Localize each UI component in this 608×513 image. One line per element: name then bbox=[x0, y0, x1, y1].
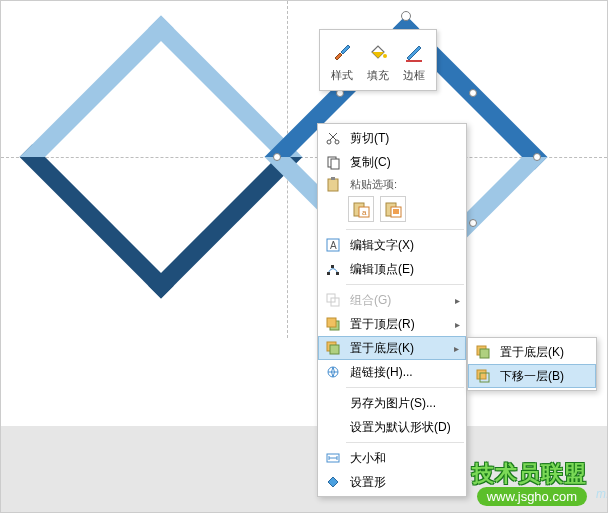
paste-option-picture[interactable] bbox=[380, 196, 406, 222]
paintbrush-icon bbox=[330, 40, 354, 64]
edit-points-label: 编辑顶点(E) bbox=[350, 261, 448, 278]
svg-point-3 bbox=[335, 140, 339, 144]
rotate-handle[interactable] bbox=[401, 11, 411, 21]
mini-toolbar: 样式 填充 边框 bbox=[319, 29, 437, 91]
paste-option-keep-format[interactable]: a bbox=[348, 196, 374, 222]
watermark-suffix: m.cn bbox=[596, 487, 608, 501]
copy-label: 复制(C) bbox=[350, 154, 448, 171]
send-backward-item[interactable]: 下移一层(B) bbox=[468, 364, 596, 388]
svg-rect-28 bbox=[480, 349, 489, 358]
size-item[interactable]: 大小和 bbox=[318, 446, 466, 470]
blank-icon bbox=[322, 417, 344, 437]
save-as-pic-label: 另存为图片(S)... bbox=[350, 395, 448, 412]
separator bbox=[346, 442, 464, 443]
send-backward-icon bbox=[472, 366, 494, 386]
bucket-icon bbox=[366, 40, 390, 64]
paste-options-label-row: 粘贴选项: bbox=[318, 174, 466, 194]
hyperlink-item[interactable]: 超链接(H)... bbox=[318, 360, 466, 384]
send-back-submenu: 置于底层(K) 下移一层(B) bbox=[467, 337, 597, 391]
hyperlink-label: 超链接(H)... bbox=[350, 364, 448, 381]
svg-point-2 bbox=[327, 140, 331, 144]
send-to-back-item[interactable]: 置于底层(K) bbox=[468, 340, 596, 364]
outline-label: 边框 bbox=[403, 68, 425, 83]
default-shape-label: 设置为默认形状(D) bbox=[350, 419, 451, 436]
outline-button[interactable]: 边框 bbox=[396, 34, 432, 86]
group-item: 组合(G) ▸ bbox=[318, 288, 466, 312]
fill-button[interactable]: 填充 bbox=[360, 34, 396, 86]
send-backward-label: 下移一层(B) bbox=[500, 368, 578, 385]
scissors-icon bbox=[322, 128, 344, 148]
send-to-back-label: 置于底层(K) bbox=[500, 344, 578, 361]
group-label: 组合(G) bbox=[350, 292, 448, 309]
points-icon bbox=[322, 259, 344, 279]
separator bbox=[346, 229, 464, 230]
paste-options-label: 粘贴选项: bbox=[350, 177, 448, 192]
svg-rect-29 bbox=[477, 370, 486, 379]
format-icon bbox=[322, 472, 344, 492]
format-shape-item[interactable]: 设置形 bbox=[318, 470, 466, 494]
svg-rect-16 bbox=[327, 272, 330, 275]
svg-point-0 bbox=[383, 54, 387, 58]
edit-text-label: 编辑文字(X) bbox=[350, 237, 448, 254]
clipboard-icon bbox=[322, 174, 344, 194]
blank-icon bbox=[322, 393, 344, 413]
edit-points-item[interactable]: 编辑顶点(E) bbox=[318, 257, 466, 281]
selection-handle[interactable] bbox=[533, 153, 541, 161]
chevron-right-icon: ▸ bbox=[455, 295, 460, 306]
save-as-pic-item[interactable]: 另存为图片(S)... bbox=[318, 391, 466, 415]
default-shape-item[interactable]: 设置为默认形状(D) bbox=[318, 415, 466, 439]
watermark-url: www.jsgho.com bbox=[477, 487, 587, 506]
send-back-icon bbox=[322, 338, 344, 358]
edit-text-item[interactable]: A 编辑文字(X) bbox=[318, 233, 466, 257]
svg-rect-17 bbox=[336, 272, 339, 275]
bring-front-item[interactable]: 置于顶层(R) ▸ bbox=[318, 312, 466, 336]
svg-rect-7 bbox=[331, 177, 335, 180]
text-icon: A bbox=[322, 235, 344, 255]
chevron-right-icon: ▸ bbox=[455, 319, 460, 330]
separator bbox=[346, 284, 464, 285]
svg-rect-6 bbox=[328, 179, 338, 191]
link-icon bbox=[322, 362, 344, 382]
bring-front-icon bbox=[322, 314, 344, 334]
svg-rect-24 bbox=[330, 345, 339, 354]
send-to-back-icon bbox=[472, 342, 494, 362]
watermark-title: 技术员联盟 bbox=[472, 459, 587, 489]
send-back-item[interactable]: 置于底层(K) ▸ bbox=[318, 336, 466, 360]
svg-text:A: A bbox=[330, 240, 337, 251]
bring-front-label: 置于顶层(R) bbox=[350, 316, 448, 333]
context-menu: 剪切(T) 复制(C) 粘贴选项: a A 编辑文字(X) 编辑顶点(E) bbox=[317, 123, 467, 497]
copy-icon bbox=[322, 152, 344, 172]
paste-options-row: a bbox=[318, 194, 466, 226]
chevron-right-icon: ▸ bbox=[454, 343, 459, 354]
copy-item[interactable]: 复制(C) bbox=[318, 150, 466, 174]
selection-handle[interactable] bbox=[469, 219, 477, 227]
cut-label: 剪切(T) bbox=[350, 130, 448, 147]
style-button[interactable]: 样式 bbox=[324, 34, 360, 86]
size-label: 大小和 bbox=[350, 450, 448, 467]
svg-rect-5 bbox=[331, 159, 339, 169]
separator bbox=[346, 387, 464, 388]
selection-handle[interactable] bbox=[469, 89, 477, 97]
svg-rect-18 bbox=[331, 265, 334, 268]
selection-handle[interactable] bbox=[273, 153, 281, 161]
send-back-label: 置于底层(K) bbox=[350, 340, 448, 357]
pen-icon bbox=[402, 40, 426, 64]
group-icon bbox=[322, 290, 344, 310]
fill-label: 填充 bbox=[367, 68, 389, 83]
style-label: 样式 bbox=[331, 68, 353, 83]
format-shape-label: 设置形 bbox=[350, 474, 448, 491]
svg-rect-1 bbox=[406, 60, 422, 62]
size-icon bbox=[322, 448, 344, 468]
watermark: 技术员联盟 www.jsgho.com m.cn bbox=[472, 459, 587, 504]
svg-rect-22 bbox=[327, 318, 336, 327]
cut-item[interactable]: 剪切(T) bbox=[318, 126, 466, 150]
svg-text:a: a bbox=[362, 208, 367, 217]
shape-diamond-left[interactable] bbox=[20, 16, 303, 299]
svg-rect-13 bbox=[393, 209, 399, 214]
